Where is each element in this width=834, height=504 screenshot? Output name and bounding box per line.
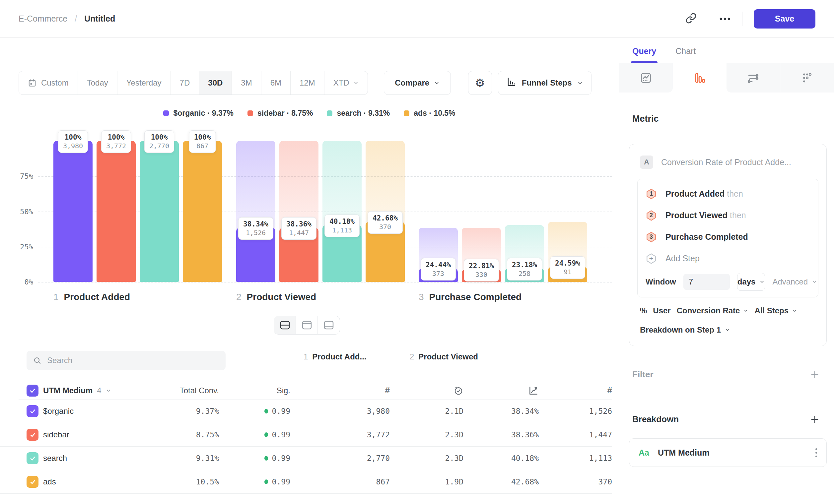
search-input[interactable] (47, 356, 219, 365)
layout-chart-only-button[interactable] (296, 316, 318, 334)
bar-value-badge: 42.68%370 (368, 211, 403, 234)
tab-query[interactable]: Query (632, 46, 656, 63)
chart-type-button[interactable]: Funnel Steps (498, 71, 592, 95)
date-range-segmented-control: CustomTodayYesterday7D30D3M6M12MXTD (19, 71, 368, 95)
conv-rate-icon[interactable] (463, 385, 539, 396)
sig-header[interactable]: Sig. (219, 386, 290, 395)
breadcrumb-report-title[interactable]: Untitled (84, 14, 115, 24)
breakdown-item[interactable]: Aa UTM Medium (629, 438, 827, 467)
metric-title-row[interactable]: A Conversion Rate of Product Adde... (637, 154, 818, 171)
measure-metric-select[interactable]: Conversion Rate (677, 306, 749, 315)
save-button[interactable]: Save (754, 9, 815, 28)
range-30d[interactable]: 30D (199, 71, 232, 94)
legend-item-sidebar[interactable]: sidebar · 8.75% (247, 109, 313, 118)
advanced-toggle[interactable]: Advanced (772, 277, 817, 287)
table-row-ads[interactable]: ads10.5%0.998671.9D42.68%370 (0, 470, 612, 494)
y-axis-tick: 75% (13, 172, 33, 180)
layout-table-only-button[interactable] (318, 316, 340, 334)
range-yesterday[interactable]: Yesterday (117, 71, 171, 94)
step2-avg-time: 2.1D (400, 407, 463, 415)
measure-symbol[interactable]: % (640, 306, 647, 315)
row-checkbox[interactable] (26, 452, 39, 464)
bar-pct-label: 24.59% (555, 259, 580, 268)
check-icon (29, 455, 36, 462)
add-filter-button[interactable] (810, 370, 819, 379)
tab-chart[interactable]: Chart (676, 46, 696, 63)
query-step-3[interactable]: 3Purchase Completed (645, 226, 810, 248)
legend-item-search[interactable]: search · 9.31% (327, 109, 390, 118)
bar-sidebar-step1[interactable] (96, 141, 136, 282)
chevron-down-icon (577, 80, 583, 86)
step-name: Product Viewed (247, 292, 316, 302)
range-custom[interactable]: Custom (19, 71, 78, 94)
copy-link-button[interactable] (682, 9, 700, 28)
bar-value-badge: 100%3,980 (58, 130, 88, 153)
funnel-steps-card: 1Product Added then2Product Viewed then3… (637, 179, 818, 297)
range-12m[interactable]: 12M (291, 71, 325, 94)
row-checkbox[interactable] (26, 429, 39, 441)
chevron-down-icon (434, 80, 440, 86)
step-event-name: Product Added then (665, 189, 743, 199)
window-unit-select[interactable]: days (737, 273, 765, 291)
add-step-button[interactable]: + Add Step (645, 248, 810, 269)
table-row-sidebar[interactable]: sidebar8.75%0.993,7722.3D38.36%1,447 (0, 423, 612, 446)
query-step-1[interactable]: 1Product Added then (645, 183, 810, 205)
measure-entity[interactable]: User (653, 306, 671, 315)
count-icon[interactable]: # (297, 385, 390, 395)
funnel-steps-icon (507, 77, 517, 89)
total-conv-header[interactable]: Total Conv. (131, 386, 219, 395)
range-xtd[interactable]: XTD (325, 71, 368, 94)
legend-label: ads · 10.5% (414, 109, 455, 118)
step1-count: 3,772 (297, 430, 390, 439)
layout-split-button[interactable] (274, 316, 296, 334)
query-step-2[interactable]: 2Product Viewed then (645, 205, 810, 226)
tab-retention[interactable] (780, 63, 834, 92)
table-row-organic[interactable]: $organic9.37%0.993,9802.1D38.34%1,526 (0, 399, 612, 423)
legend-item-organic[interactable]: $organic · 9.37% (163, 109, 234, 118)
bar-value-badge: 40.18%1,113 (325, 214, 359, 237)
legend-item-ads[interactable]: ads · 10.5% (404, 109, 455, 118)
chart-legend: $organic · 9.37%sidebar · 8.75%search · … (0, 109, 619, 118)
tab-insights[interactable] (619, 63, 673, 92)
x-axis-step-label: 1Product Added (53, 292, 130, 302)
range-today[interactable]: Today (78, 71, 117, 94)
table-row-search[interactable]: search9.31%0.992,7702.3D40.18%1,113 (0, 446, 612, 470)
chevron-down-icon (792, 308, 797, 313)
breakdown-on-label: Breakdown on Step 1 (640, 325, 721, 335)
report-content: CustomTodayYesterday7D30D3M6M12MXTD Comp… (0, 38, 619, 504)
tab-flows[interactable] (726, 63, 780, 92)
chart-settings-button[interactable]: ⚙ (468, 71, 492, 95)
breakdown-column-header[interactable]: UTM Medium 4 (43, 386, 131, 395)
select-all-checkbox[interactable] (26, 385, 39, 396)
bar-search-step1[interactable] (140, 141, 179, 282)
window-label: Window (645, 277, 676, 287)
bar-count-label: 1,447 (286, 229, 311, 237)
add-breakdown-button[interactable] (810, 415, 819, 424)
count-icon[interactable]: # (539, 385, 612, 395)
tab-funnels[interactable] (673, 63, 726, 92)
window-value-input[interactable] (683, 274, 730, 290)
legend-label: $organic · 9.37% (173, 109, 234, 118)
compare-label: Compare (395, 78, 429, 88)
metric-card: A Conversion Rate of Product Adde... 1Pr… (629, 144, 827, 346)
range-7d[interactable]: 7D (171, 71, 199, 94)
measure-scope-select[interactable]: All Steps (754, 306, 797, 315)
breakdown-on-step-select[interactable]: Breakdown on Step 1 (640, 325, 816, 335)
range-3m[interactable]: 3M (232, 71, 261, 94)
bar-organic-step1[interactable] (53, 141, 92, 282)
x-axis-step-label: 2Product Viewed (236, 292, 316, 302)
more-menu-button[interactable] (716, 9, 734, 28)
compare-button[interactable]: Compare (384, 71, 451, 95)
breakdown-item-menu[interactable] (815, 448, 817, 457)
row-checkbox[interactable] (26, 476, 39, 488)
step1-count: 867 (297, 478, 390, 486)
breadcrumb-project[interactable]: E-Commerce (19, 14, 67, 24)
range-6m[interactable]: 6M (261, 71, 291, 94)
table-search (26, 351, 225, 370)
layout-toggle (274, 316, 340, 335)
row-checkbox[interactable] (26, 405, 39, 417)
bar-ads-step1[interactable] (183, 141, 222, 282)
avg-time-icon[interactable] (400, 386, 463, 395)
step2-avg-time: 2.3D (400, 430, 463, 439)
plus-icon (810, 415, 819, 424)
